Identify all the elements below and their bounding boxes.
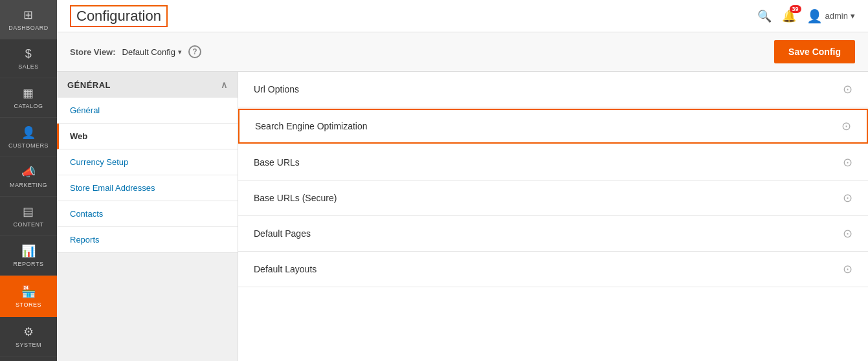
search-icon[interactable]: 🔍 — [757, 9, 772, 23]
panel-item-reports[interactable]: Reports — [57, 227, 238, 253]
top-bar-right: 🔍 🔔 39 👤 admin ▾ — [757, 8, 855, 24]
right-panel: Url Options ⊙ Search Engine Optimization… — [238, 72, 868, 361]
admin-dropdown-icon: ▾ — [851, 11, 855, 21]
admin-label: admin — [825, 11, 848, 21]
sidebar-item-system[interactable]: ⚙ SYSTEM — [0, 317, 57, 356]
system-icon: ⚙ — [23, 325, 34, 339]
store-view-value: Default Config — [122, 47, 175, 57]
admin-avatar-icon: 👤 — [807, 8, 823, 24]
sidebar: ⊞ DASHBOARD $ SALES ▦ CATALOG 👤 CUSTOMER… — [0, 0, 57, 361]
sidebar-item-sales[interactable]: $ SALES — [0, 39, 57, 78]
config-row-url-options[interactable]: Url Options ⊙ — [238, 72, 868, 107]
sidebar-item-dashboard[interactable]: ⊞ DASHBOARD — [0, 0, 57, 39]
expand-icon-seo: ⊙ — [841, 119, 851, 133]
store-dropdown-arrow-icon: ▾ — [178, 48, 182, 56]
store-view-dropdown[interactable]: Default Config ▾ — [122, 47, 182, 57]
stores-icon: 🏪 — [21, 285, 36, 299]
sidebar-item-customers[interactable]: 👤 CUSTOMERS — [0, 118, 57, 157]
config-row-seo[interactable]: Search Engine Optimization ⊙ — [238, 109, 868, 144]
main-area: Configuration 🔍 🔔 39 👤 admin ▾ Store Vie… — [57, 0, 868, 361]
config-row-base-urls[interactable]: Base URLs ⊙ — [238, 145, 868, 181]
expand-icon-default-layouts: ⊙ — [843, 262, 852, 276]
config-row-title-seo: Search Engine Optimization — [255, 121, 368, 131]
notifications-button[interactable]: 🔔 39 — [782, 9, 796, 23]
help-icon[interactable]: ? — [188, 45, 201, 58]
content-icon: ▤ — [23, 204, 34, 219]
sidebar-label-system: SYSTEM — [16, 342, 41, 348]
config-row-title-base-urls: Base URLs — [254, 157, 300, 168]
sidebar-label-marketing: MARKETING — [10, 182, 47, 188]
sidebar-item-reports[interactable]: 📊 REPORTS — [0, 236, 57, 276]
content-area: GÉNÉRAL ∧ Général Web Currency Setup Sto… — [57, 72, 868, 361]
config-row-default-layouts[interactable]: Default Layouts ⊙ — [238, 252, 868, 287]
sidebar-label-catalog: CATALOG — [14, 103, 43, 109]
config-row-base-urls-secure[interactable]: Base URLs (Secure) ⊙ — [238, 181, 868, 216]
sidebar-label-content: CONTENT — [14, 221, 44, 228]
store-bar: Store View: Default Config ▾ ? Save Conf… — [57, 32, 868, 72]
sales-icon: $ — [25, 47, 32, 61]
panel-item-store-email[interactable]: Store Email Addresses — [57, 175, 238, 201]
expand-icon-default-pages: ⊙ — [843, 226, 852, 241]
customers-icon: 👤 — [21, 126, 36, 140]
expand-icon-base-urls: ⊙ — [843, 155, 852, 170]
config-row-default-pages[interactable]: Default Pages ⊙ — [238, 216, 868, 252]
sidebar-label-sales: SALES — [18, 63, 39, 70]
expand-icon-url-options: ⊙ — [843, 82, 852, 96]
store-bar-left: Store View: Default Config ▾ ? — [70, 45, 201, 58]
sidebar-item-catalog[interactable]: ▦ CATALOG — [0, 78, 57, 118]
sidebar-item-marketing[interactable]: 📣 MARKETING — [0, 157, 57, 197]
config-row-title-base-urls-secure: Base URLs (Secure) — [254, 193, 337, 203]
sidebar-item-stores[interactable]: 🏪 STORES — [0, 276, 57, 317]
panel-item-general[interactable]: Général — [57, 98, 238, 124]
sidebar-item-content[interactable]: ▤ CONTENT — [0, 197, 57, 236]
top-bar: Configuration 🔍 🔔 39 👤 admin ▾ — [57, 0, 868, 32]
panel-section-header-general[interactable]: GÉNÉRAL ∧ — [57, 72, 238, 98]
sidebar-label-stores: STORES — [16, 301, 41, 308]
dashboard-icon: ⊞ — [23, 8, 34, 22]
panel-item-contacts[interactable]: Contacts — [57, 201, 238, 227]
catalog-icon: ▦ — [23, 86, 34, 100]
left-panel: GÉNÉRAL ∧ Général Web Currency Setup Sto… — [57, 72, 238, 361]
panel-section-chevron-icon: ∧ — [221, 80, 228, 90]
sidebar-label-reports: REPORTS — [14, 261, 44, 267]
admin-menu-button[interactable]: 👤 admin ▾ — [807, 8, 855, 24]
config-row-title-default-pages: Default Pages — [254, 228, 311, 239]
page-title: Configuration — [70, 5, 168, 27]
sidebar-label-customers: CUSTOMERS — [8, 142, 49, 149]
reports-icon: 📊 — [21, 244, 36, 258]
config-row-title-url-options: Url Options — [254, 84, 299, 94]
notifications-count: 39 — [790, 5, 801, 13]
panel-section-title: GÉNÉRAL — [67, 80, 111, 90]
save-config-button[interactable]: Save Config — [774, 40, 855, 63]
store-view-label: Store View: — [70, 47, 116, 57]
sidebar-label-dashboard: DASHBOARD — [8, 25, 49, 31]
expand-icon-base-urls-secure: ⊙ — [843, 191, 852, 205]
panel-item-currency-setup[interactable]: Currency Setup — [57, 149, 238, 175]
panel-item-web[interactable]: Web — [57, 124, 238, 149]
config-row-title-default-layouts: Default Layouts — [254, 264, 317, 274]
marketing-icon: 📣 — [21, 165, 36, 179]
